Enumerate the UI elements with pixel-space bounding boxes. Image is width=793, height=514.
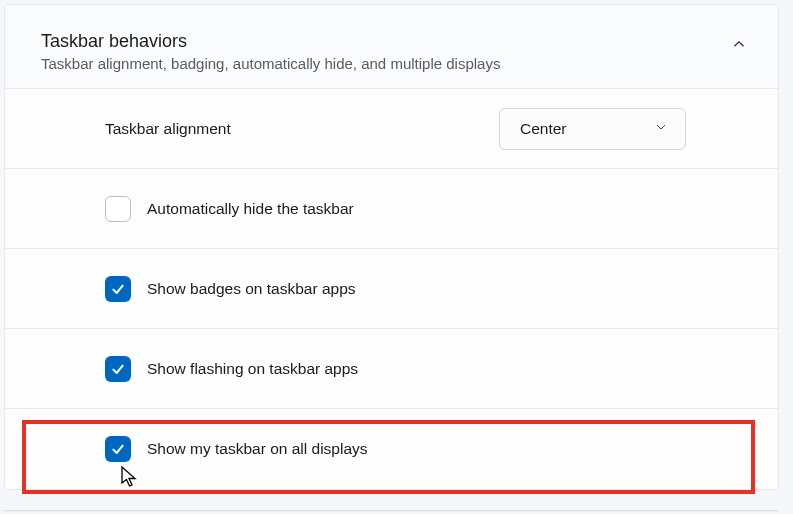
- alignment-label: Taskbar alignment: [105, 120, 231, 138]
- autohide-checkbox[interactable]: [105, 196, 131, 222]
- check-icon: [110, 281, 126, 297]
- alignment-select[interactable]: Center: [499, 108, 686, 150]
- alldisplays-row: Show my taskbar on all displays: [5, 409, 778, 489]
- panel-shadow: [4, 510, 779, 512]
- alldisplays-checkbox[interactable]: [105, 436, 131, 462]
- flashing-label: Show flashing on taskbar apps: [147, 360, 358, 378]
- check-icon: [110, 361, 126, 377]
- chevron-down-icon: [653, 119, 669, 139]
- chevron-up-icon: [730, 35, 748, 57]
- badges-row: Show badges on taskbar apps: [5, 249, 778, 329]
- flashing-row: Show flashing on taskbar apps: [5, 329, 778, 409]
- section-subtitle: Taskbar alignment, badging, automaticall…: [41, 55, 730, 72]
- autohide-row: Automatically hide the taskbar: [5, 169, 778, 249]
- badges-label: Show badges on taskbar apps: [147, 280, 356, 298]
- check-icon: [110, 441, 126, 457]
- section-title: Taskbar behaviors: [41, 31, 730, 52]
- taskbar-alignment-row: Taskbar alignment Center: [5, 89, 778, 169]
- alldisplays-label: Show my taskbar on all displays: [147, 440, 368, 458]
- autohide-label: Automatically hide the taskbar: [147, 200, 354, 218]
- flashing-checkbox[interactable]: [105, 356, 131, 382]
- badges-checkbox[interactable]: [105, 276, 131, 302]
- header-text-block: Taskbar behaviors Taskbar alignment, bad…: [41, 31, 730, 72]
- alignment-value: Center: [520, 120, 567, 138]
- taskbar-behaviors-panel: Taskbar behaviors Taskbar alignment, bad…: [4, 4, 779, 490]
- section-header[interactable]: Taskbar behaviors Taskbar alignment, bad…: [5, 5, 778, 89]
